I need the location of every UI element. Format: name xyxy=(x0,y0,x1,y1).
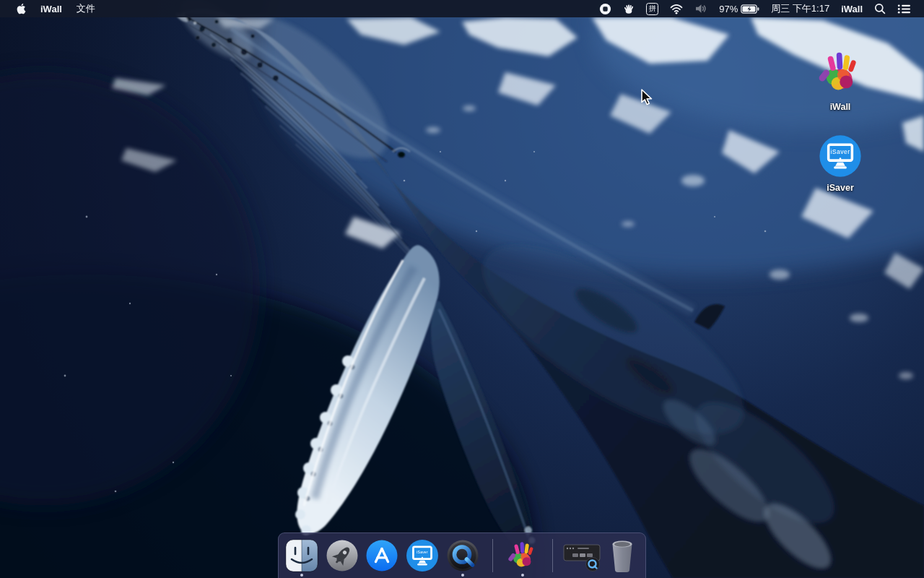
list-icon xyxy=(897,4,911,14)
desktop-icon-isaver[interactable]: iSaver iSaver xyxy=(806,134,875,193)
record-stop-icon xyxy=(599,3,611,15)
screen-recording-stop[interactable] xyxy=(593,0,617,17)
wifi-icon xyxy=(670,4,683,14)
menubar-right-app-indicator[interactable]: iWall xyxy=(835,0,868,17)
quicktime-icon xyxy=(446,539,479,572)
hand-gesture-menu[interactable] xyxy=(617,0,640,17)
desktop-icon-iwall[interactable]: iWall xyxy=(806,49,875,112)
running-indicator xyxy=(300,574,303,577)
search-icon xyxy=(874,3,886,14)
desktop-screen: iWall 文件 xyxy=(0,0,924,578)
trash-icon xyxy=(606,538,638,574)
app-store-icon xyxy=(365,539,398,572)
pinyin-input-icon: 拼 xyxy=(646,3,658,15)
iwall-hand-icon xyxy=(816,49,864,97)
desktop-icon-label: iSaver xyxy=(806,183,875,193)
wallpaper-whale xyxy=(0,0,924,578)
desktop-icon-label: iWall xyxy=(806,102,875,112)
wifi-menu[interactable] xyxy=(664,0,689,17)
dock-separator xyxy=(543,533,562,578)
menubar-app-name[interactable]: iWall xyxy=(33,0,69,17)
dock-item-quicktime[interactable] xyxy=(443,533,483,578)
hand-gesture-icon xyxy=(623,3,635,14)
dock-item-app-store[interactable] xyxy=(362,533,403,578)
dock-item-trash[interactable] xyxy=(602,533,642,578)
dock-item-isaver[interactable]: iSaver xyxy=(402,533,443,578)
volume-menu[interactable] xyxy=(689,0,713,17)
dock-separator xyxy=(483,533,502,578)
apple-menu[interactable] xyxy=(9,0,33,17)
dock-item-iwall[interactable] xyxy=(502,533,543,578)
volume-icon xyxy=(694,4,707,14)
running-indicator xyxy=(461,574,464,577)
isaver-dock-icon: iSaver xyxy=(406,539,439,572)
battery-icon xyxy=(741,4,759,14)
dock-item-minimized-quicktime-window[interactable] xyxy=(562,533,602,578)
clock-menu[interactable]: 周三 下午1:17 xyxy=(765,0,835,17)
minimized-window-icon xyxy=(562,539,601,572)
launchpad-icon xyxy=(326,539,359,572)
iwall-hand-icon xyxy=(507,540,539,571)
battery-percent: 97% xyxy=(719,4,738,14)
svg-text:iSaver: iSaver xyxy=(417,550,429,554)
svg-text:iSaver: iSaver xyxy=(830,148,850,155)
dock: iSaver xyxy=(278,532,646,578)
menu-file[interactable]: 文件 xyxy=(69,0,103,17)
running-indicator xyxy=(521,574,524,577)
spotlight-menu[interactable] xyxy=(868,0,892,17)
apple-icon xyxy=(16,3,26,14)
input-method-menu[interactable]: 拼 xyxy=(640,0,664,17)
finder-icon xyxy=(285,539,318,572)
menu-bar: iWall 文件 xyxy=(0,0,924,17)
isaver-icon: iSaver xyxy=(819,134,862,178)
dock-item-finder[interactable] xyxy=(282,533,322,578)
battery-menu[interactable]: 97% xyxy=(713,0,765,17)
list-menu[interactable] xyxy=(892,0,917,17)
dock-item-launchpad[interactable] xyxy=(322,533,362,578)
